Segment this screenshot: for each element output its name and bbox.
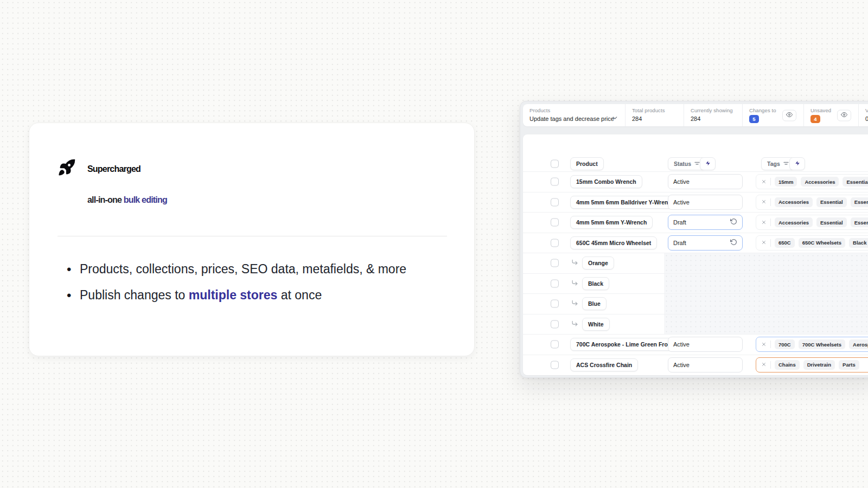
divider [770,219,771,226]
eye-icon [841,111,847,119]
changes-count-badge: 5 [749,115,759,123]
status-input[interactable]: Active [668,357,743,373]
status-input[interactable]: Active [668,174,743,189]
tag-chip: Essential [843,177,868,187]
status-bulk-edit-button[interactable] [700,157,716,170]
clear-tags-button[interactable] [761,239,767,247]
title-line-2: all-in-one bulk editing [87,184,447,215]
row-checkbox[interactable] [551,361,559,369]
close-icon [761,341,767,349]
tag-chip: Accessories [801,177,839,187]
unsaved-stat: Unsaved 4 [804,104,859,126]
tags-editor[interactable]: 15mm Accessories Essential + 8 [756,174,868,189]
table-header-row: Product Status Tags [523,156,868,172]
undo-button[interactable] [730,239,737,247]
row-checkbox[interactable] [551,239,559,247]
tag-chip: Essentials [851,197,868,207]
close-icon [761,178,767,186]
divider [770,198,771,206]
row-checkbox[interactable] [551,300,559,308]
clear-tags-button[interactable] [761,219,767,227]
tag-chip: Essential [816,217,847,227]
tag-chip: 650C Wheelsets [799,238,845,248]
product-name-chip[interactable]: 4mm 5mm 6mm Y-Wrench [570,216,653,229]
product-name-chip[interactable]: 15mm Combo Wrench [570,175,642,188]
unsaved-count-badge: 4 [810,115,820,123]
tags-editor[interactable]: Accessories Essential Essentials + 6 [756,195,868,210]
preview-changes-button[interactable] [782,110,796,121]
undo-button[interactable] [730,218,737,227]
table-row: 700C Aerospoke - Lime Green Front Active… [523,335,868,355]
product-name-chip[interactable]: 4mm 5mm 6mm Balldriver Y-Wrench [570,196,681,209]
product-name-chip[interactable]: ACS Crossfire Chain [570,358,638,371]
tag-chip: 700C [775,339,795,349]
tag-chip: Parts [839,360,859,370]
status-input[interactable]: Draft [668,235,743,251]
clear-tags-button[interactable] [761,361,767,369]
row-checkbox[interactable] [551,341,559,349]
table-row: 650C 45mm Micro Wheelset Draft 650C 650C… [523,233,868,254]
scenario-select[interactable]: Products Update tags and decrease price [523,104,626,126]
hero-divider [58,236,447,236]
clipped-stat: V 0 [859,104,868,126]
tags-editor[interactable]: 700C 700C Wheelsets Aerospoke + 7 [756,337,868,352]
variant-empty-area [664,253,868,273]
close-icon [761,198,767,206]
divider [770,178,771,185]
tag-chip: Black [849,238,868,248]
tag-chip: Aerospoke [849,339,868,349]
feature-item-publish: Publish changes to multiple stores at on… [80,286,441,304]
row-checkbox[interactable] [551,219,559,227]
row-checkbox[interactable] [551,320,559,328]
divider [770,341,771,348]
variant-name-chip[interactable]: Orange [582,256,614,269]
product-name-chip[interactable]: 700C Aerospoke - Lime Green Front [570,338,679,351]
variant-row: Blue [523,294,868,314]
variant-empty-area [664,294,868,314]
variant-empty-area [664,274,868,294]
clear-tags-button[interactable] [761,341,767,349]
divider [770,239,771,247]
filter-icon [783,160,789,167]
row-checkbox[interactable] [551,259,559,267]
scenario-label: Products [529,107,625,113]
clear-tags-button[interactable] [761,198,767,206]
eye-icon [786,111,793,119]
bulk-editor-panel: Products Update tags and decrease price … [520,101,868,378]
feature-item-scope: Products, collections, prices, SEO data,… [80,260,441,278]
status-input[interactable]: Draft [668,215,743,230]
row-checkbox[interactable] [551,178,559,186]
editor-toolbar: Products Update tags and decrease price … [523,104,868,126]
variant-name-chip[interactable]: Blue [582,297,607,310]
chevron-down-icon [611,114,618,124]
preview-unsaved-button[interactable] [837,110,851,121]
undo-icon [730,218,737,227]
variant-empty-area [664,314,868,335]
status-input[interactable]: Active [668,195,743,210]
table-row: 15mm Combo Wrench Active 15mm Accessorie… [523,172,868,192]
tags-editor[interactable]: Chains Drivetrain Parts [756,357,868,373]
clear-tags-button[interactable] [761,178,767,186]
tag-chip: Essential [816,197,847,207]
variant-row: Orange [523,253,868,274]
tags-editor[interactable]: 650C 650C Wheelsets Black + 7 [756,235,868,251]
title-line-1: Supercharged [87,153,447,184]
product-name-chip[interactable]: 650C 45mm Micro Wheelset [570,236,657,249]
select-all-checkbox[interactable] [551,160,559,168]
tag-chip: 700C Wheelsets [799,339,845,349]
tags-editor[interactable]: Accessories Essential Essentials + 7 [756,215,868,230]
tag-chip: Drivetrain [803,360,835,370]
status-input[interactable]: Active [668,337,743,352]
tag-chip: Chains [775,360,800,370]
corner-down-right-icon [571,299,578,309]
tags-bulk-edit-button[interactable] [789,157,805,170]
row-checkbox[interactable] [551,198,559,206]
row-checkbox[interactable] [551,279,559,287]
variant-row: Black [523,274,868,294]
changes-to-stat: Changes to 5 [743,104,804,126]
product-column-header[interactable]: Product [570,157,604,170]
page-title: Supercharged all-in-one bulk editing [87,153,447,215]
corner-down-right-icon [571,319,578,329]
variant-name-chip[interactable]: Black [582,277,609,290]
variant-name-chip[interactable]: White [582,318,610,331]
